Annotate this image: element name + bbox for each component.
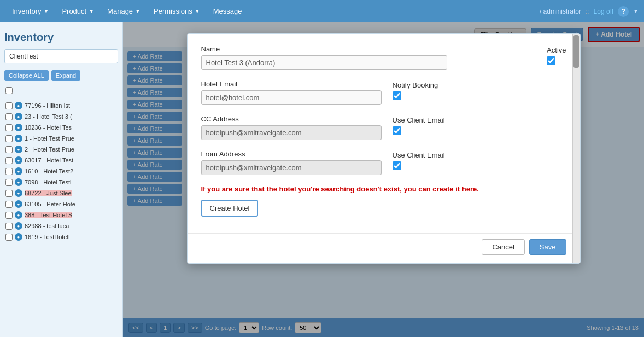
use-client-email-checkbox[interactable] — [393, 126, 401, 135]
hotel-name: 1 - Hotel Test Prue — [25, 135, 74, 142]
use-client-email2-checkbox[interactable] — [393, 161, 401, 170]
use-client-email2-group: Use Client Email — [393, 150, 445, 170]
hotel-checkbox[interactable] — [5, 234, 13, 241]
active-group: Active — [547, 45, 566, 65]
hotel-checkbox[interactable] — [5, 102, 13, 109]
top-nav: Inventory ▼ Product ▼ Manage ▼ Permissio… — [0, 0, 644, 22]
sidebar: Inventory ClientTest Collapse ALL Expand… — [0, 22, 123, 337]
hotel-name: 68722 - Just Slee — [25, 190, 72, 196]
hotel-checkbox[interactable] — [5, 201, 13, 208]
hotel-status-icon: ● — [15, 102, 22, 109]
hotel-checkbox[interactable] — [5, 179, 13, 186]
modal-footer: Cancel Save — [188, 233, 580, 263]
product-chevron-icon: ▼ — [89, 8, 94, 14]
cc-address-group: CC Address — [201, 115, 382, 140]
modal-dialog: Name Active Hotel Email — [187, 33, 581, 264]
nav-inventory[interactable]: Inventory ▼ — [5, 7, 55, 15]
hotel-status-icon: ● — [15, 211, 22, 219]
select-all-checkbox[interactable] — [5, 87, 13, 94]
user-chevron-icon: ▼ — [633, 8, 639, 14]
hotel-status-icon: ● — [15, 200, 22, 208]
use-client-email-label: Use Client Email — [393, 116, 445, 124]
list-item: ● 7098 - Hotel Testi — [4, 177, 118, 188]
hotel-name: 77196 - Hilton Ist — [25, 102, 70, 109]
logoff-link[interactable]: Log off — [594, 8, 613, 15]
nav-permissions[interactable]: Permissions ▼ — [147, 7, 207, 15]
modal-overlay: Name Active Hotel Email — [123, 22, 644, 337]
hotel-checkbox[interactable] — [5, 146, 13, 153]
hotel-checkbox[interactable] — [5, 168, 13, 175]
hotel-name: 1610 - Hotel Test2 — [25, 168, 73, 175]
active-checkbox[interactable] — [547, 56, 555, 65]
hotel-checkbox[interactable] — [5, 190, 13, 197]
hotel-status-icon: ● — [15, 135, 22, 142]
permissions-chevron-icon: ▼ — [195, 8, 200, 14]
hotel-status-icon: ● — [15, 189, 22, 197]
hotel-status-icon: ● — [15, 124, 22, 131]
nav-product[interactable]: Product ▼ — [55, 7, 101, 15]
list-item: ● 77196 - Hilton Ist — [4, 100, 118, 111]
modal-scrollbar[interactable] — [572, 34, 580, 263]
select-all-row — [4, 85, 118, 97]
from-address-label: From Address — [201, 150, 382, 158]
name-label: Name — [201, 45, 536, 53]
list-item: ● 62988 - test luca — [4, 220, 118, 231]
hotel-status-icon: ● — [15, 233, 22, 241]
name-group: Name — [201, 45, 536, 70]
hotel-name: 1619 - TestHotelE — [25, 234, 72, 240]
from-address-input[interactable] — [201, 160, 382, 175]
hotel-email-input[interactable] — [201, 90, 382, 105]
hotel-email-label: Hotel Email — [201, 80, 382, 88]
hotel-name: 10236 - Hotel Tes — [25, 124, 72, 131]
hotel-checkbox[interactable] — [5, 157, 13, 164]
hotel-name: 2 - Hotel Test Prue — [25, 146, 74, 153]
hotel-checkbox[interactable] — [5, 135, 13, 142]
right-panel: Filter Providers Export to Excel + Add H… — [123, 22, 644, 337]
cc-address-input[interactable] — [201, 125, 382, 140]
use-client-email-group: Use Client Email — [393, 115, 445, 135]
form-row-from: From Address Use Client Email — [201, 150, 566, 175]
hotel-status-icon: ● — [15, 113, 22, 120]
hotel-checkbox[interactable] — [5, 212, 13, 219]
name-input[interactable] — [201, 55, 447, 70]
notify-booking-label: Notify Booking — [393, 81, 438, 89]
nav-manage[interactable]: Manage ▼ — [101, 7, 147, 15]
hotel-checkbox[interactable] — [5, 223, 13, 230]
top-nav-right: / administrator :: Log off ? ▼ — [540, 6, 639, 17]
hotel-name: 63017 - Hotel Test — [25, 157, 73, 164]
notify-booking-group: Notify Booking — [393, 80, 438, 100]
list-item: ● 1610 - Hotel Test2 — [4, 166, 118, 177]
cancel-button[interactable]: Cancel — [482, 239, 524, 255]
create-hotel-button[interactable]: Create Hotel — [201, 200, 259, 217]
list-item: ● 2 - Hotel Test Prue — [4, 144, 118, 155]
main-area: Inventory ClientTest Collapse ALL Expand… — [0, 22, 644, 337]
help-icon[interactable]: ? — [618, 6, 629, 17]
scrollbar-thumb — [573, 35, 579, 68]
hotel-checkbox[interactable] — [5, 124, 13, 131]
sidebar-toolbar: Collapse ALL Expand — [4, 70, 118, 81]
list-item: ● 63105 - Peter Hote — [4, 199, 118, 210]
expand-button[interactable]: Expand — [51, 70, 80, 81]
hotel-status-icon: ● — [15, 178, 22, 186]
hotel-checkbox[interactable] — [5, 113, 13, 120]
from-address-group: From Address — [201, 150, 382, 175]
hotel-email-group: Hotel Email — [201, 80, 382, 105]
warning-text: If you are sure that the hotel you're se… — [201, 185, 566, 193]
nav-message[interactable]: Message — [207, 7, 249, 15]
collapse-all-button[interactable]: Collapse ALL — [4, 70, 49, 81]
admin-label: / administrator — [540, 8, 581, 15]
list-item: ● 68722 - Just Slee — [4, 188, 118, 199]
list-item: ● 63017 - Hotel Test — [4, 155, 118, 166]
save-button[interactable]: Save — [529, 239, 566, 255]
list-item: ● 10236 - Hotel Tes — [4, 122, 118, 133]
sidebar-title: Inventory — [4, 27, 118, 49]
use-client-email2-label: Use Client Email — [393, 151, 445, 159]
inventory-chevron-icon: ▼ — [43, 8, 49, 14]
hotel-status-icon: ● — [15, 167, 22, 175]
notify-booking-checkbox[interactable] — [393, 91, 401, 100]
form-row-cc: CC Address Use Client Email — [201, 115, 566, 140]
hotel-status-icon: ● — [15, 222, 22, 230]
list-item: ● 388 - Test Hotel S — [4, 210, 118, 220]
list-item: ● 1619 - TestHotelE — [4, 231, 118, 242]
list-item: ● 1 - Hotel Test Prue — [4, 133, 118, 144]
